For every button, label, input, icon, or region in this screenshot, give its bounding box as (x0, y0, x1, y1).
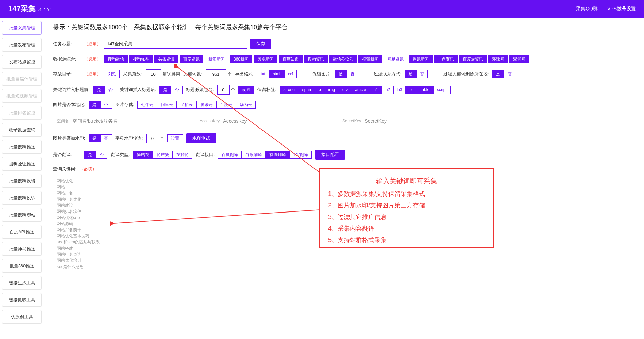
header-links: 采集QQ群 VPS拨号设置 (576, 6, 636, 12)
link-qq-group[interactable]: 采集QQ群 (576, 6, 598, 12)
data-source-tag-14[interactable]: 百度最资讯 (459, 55, 487, 63)
filter-contact-tags: 是否 (405, 70, 428, 78)
svg-line-3 (113, 210, 321, 223)
kw-before-tag-1[interactable]: 否 (105, 86, 116, 94)
translate-type-tag-0[interactable]: 简转英 (133, 151, 153, 159)
row-kw-insert: 关键词插入标题前: 是否 关键词插入标题后: 是否 标题必须包含: 个 设置 保… (53, 85, 635, 95)
data-source-tag-7[interactable]: 百度知道 (279, 55, 303, 63)
label-img-store: 图片存储: (115, 102, 134, 108)
data-source-tag-3[interactable]: 百度资讯 (180, 55, 203, 63)
img-local-tags: 是否 (89, 101, 112, 109)
img-store-tag-0[interactable]: 七牛云 (137, 101, 157, 109)
sidebar-item-10[interactable]: 批量搜狗投诉 (2, 191, 42, 205)
filter-contact-tag-0[interactable]: 是 (405, 70, 416, 78)
unit-wm-rotate: 个 (160, 136, 164, 141)
label-translate: 是否翻译: (53, 152, 81, 158)
filter-kw-tag-0[interactable]: 是 (492, 70, 504, 78)
filter-kw-tag-1[interactable]: 否 (504, 70, 515, 78)
row-watermark: 图片是否加水印: 是否 字母水印轮询: 个 设置 水印测试 (53, 133, 635, 143)
annotation-arrow-1-icon (174, 64, 324, 176)
data-source-tag-9[interactable]: 微信公众号 (329, 55, 357, 63)
sidebar-item-17[interactable]: 伪原创工具 (2, 310, 42, 324)
sidebar-item-7[interactable]: 批量搜狗推送 (2, 140, 42, 154)
label-kw-before: 关键词插入标题前: (53, 87, 90, 93)
browse-button[interactable]: 浏览 (104, 70, 120, 78)
sidebar-item-12[interactable]: 百度API推送 (2, 225, 42, 239)
secretkey-field[interactable]: SecretKey (339, 115, 478, 127)
keep-tag-tag-11[interactable]: script (433, 86, 451, 94)
keep-tag-tag-4[interactable]: div (339, 86, 351, 94)
data-source-tag-4[interactable]: 新浪新闻 (205, 55, 228, 63)
watermark-tag-0[interactable]: 是 (89, 134, 100, 142)
sidebar-item-16[interactable]: 链接抓取工具 (2, 293, 42, 307)
sidebar-item-11[interactable]: 批量搜狗绑站 (2, 208, 42, 222)
kw-after-tag-0[interactable]: 是 (159, 86, 171, 94)
overlay-line-3: 3、过滤其它推广信息 (328, 211, 485, 223)
data-source-tag-16[interactable]: 澎湃网 (509, 55, 529, 63)
keep-tag-tag-3[interactable]: img (325, 86, 339, 94)
sidebar-item-9[interactable]: 批量搜狗反馈 (2, 174, 42, 188)
sidebar-item-14[interactable]: 批量360推送 (2, 259, 42, 273)
data-source-tag-13[interactable]: 一点资讯 (434, 55, 458, 63)
keep-tag-tag-7[interactable]: h2 (382, 86, 394, 94)
input-task-title[interactable] (104, 39, 247, 49)
sidebar-item-3[interactable]: 批量自媒体管理 (2, 72, 42, 86)
sidebar-item-1[interactable]: 批量发布管理 (2, 38, 42, 52)
label-filter-kw: 过滤关键词删除所在段: (443, 71, 489, 77)
translate-tag-1[interactable]: 否 (96, 151, 107, 159)
input-bucket[interactable] (72, 118, 189, 124)
data-source-tag-12[interactable]: 腾讯新闻 (409, 55, 433, 63)
sidebar-item-8[interactable]: 搜狗验证推送 (2, 157, 42, 171)
sidebar-item-4[interactable]: 批量短视频管理 (2, 89, 42, 103)
data-source-tag-6[interactable]: 凤凰新闻 (254, 55, 277, 63)
keep-tag-tag-9[interactable]: br (406, 86, 417, 94)
sidebar-item-13[interactable]: 批量神马推送 (2, 242, 42, 256)
row-translate: 是否翻译: 是否 翻译类型: 简转英简转繁英转简 翻译接口: 百度翻译谷歌翻译有… (53, 150, 635, 160)
keep-tag-tag-8[interactable]: h3 (394, 86, 406, 94)
input-secretkey[interactable] (365, 118, 474, 124)
watermark-tag-1[interactable]: 否 (100, 134, 112, 142)
kw-before-tag-0[interactable]: 是 (93, 86, 105, 94)
overlay-title: 输入关键词即可采集 (328, 175, 485, 187)
input-collect-count[interactable] (146, 69, 161, 79)
data-source-tag-11[interactable]: 网易资讯 (384, 55, 407, 63)
save-button[interactable]: 保存 (250, 39, 271, 49)
sidebar-item-15[interactable]: 链接生成工具 (2, 276, 42, 290)
translate-tags: 是否 (84, 151, 107, 159)
label-bucket: 空间名 (57, 118, 69, 124)
filter-contact-tag-1[interactable]: 否 (416, 70, 428, 78)
img-local-tag-0[interactable]: 是 (89, 101, 100, 109)
sidebar-item-6[interactable]: 收录数据查询 (2, 123, 42, 137)
img-local-tag-1[interactable]: 否 (100, 101, 112, 109)
overlay-line-1: 1、多数据源采集/支持保留采集格式 (328, 188, 485, 200)
annotation-arrow-2-icon (110, 206, 324, 230)
sidebar-item-2[interactable]: 发布站点监控 (2, 55, 42, 69)
watermark-tags: 是否 (89, 134, 112, 142)
keep-tag-tag-6[interactable]: h1 (370, 86, 382, 94)
sidebar-item-0[interactable]: 批量采集管理 (2, 21, 42, 35)
translate-type-tag-1[interactable]: 简转繁 (153, 151, 173, 159)
data-source-tag-5[interactable]: 360新闻 (230, 55, 252, 63)
label-watermark: 图片是否加水印: (53, 135, 85, 141)
req-data-source: （必填） (84, 56, 101, 62)
keep-img-tag-1[interactable]: 否 (346, 70, 358, 78)
data-source-tag-2[interactable]: 头条资讯 (154, 55, 178, 63)
keep-img-tag-0[interactable]: 是 (335, 70, 346, 78)
data-source-tag-15[interactable]: 环球网 (488, 55, 508, 63)
input-wm-rotate[interactable] (146, 134, 158, 143)
data-source-tag-8[interactable]: 搜狗资讯 (304, 55, 328, 63)
brand: 147采集 v1.2.9.1 (8, 4, 52, 14)
row-cloud-creds: 空间名 AccessKey SecretKey (53, 115, 635, 127)
translate-tag-0[interactable]: 是 (84, 151, 96, 159)
data-source-tag-10[interactable]: 搜狐新闻 (358, 55, 382, 63)
bucket-field[interactable]: 空间名 (53, 115, 192, 127)
data-source-tag-0[interactable]: 搜狗微信 (104, 55, 128, 63)
label-translate-type: 翻译类型: (111, 152, 130, 158)
link-vps-dial[interactable]: VPS拨号设置 (607, 6, 636, 12)
img-store-tag-1[interactable]: 阿里云 (157, 101, 177, 109)
sidebar-item-5[interactable]: 批量排名监控 (2, 106, 42, 120)
keep-tag-tag-10[interactable]: table (417, 86, 433, 94)
keep-tag-tag-5[interactable]: article (351, 86, 370, 94)
data-source-tag-1[interactable]: 搜狗知乎 (129, 55, 153, 63)
req-store-dir: （必填） (84, 71, 101, 77)
